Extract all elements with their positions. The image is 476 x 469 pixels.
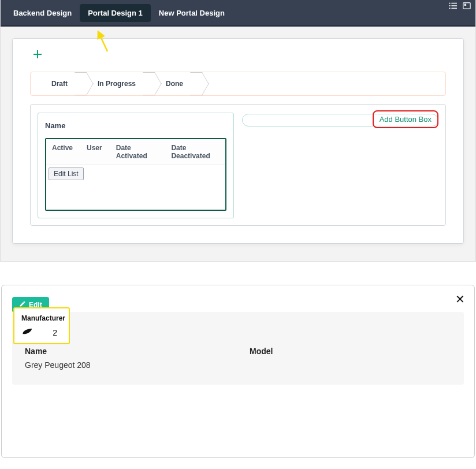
field-model-label: Model: [250, 347, 451, 356]
svg-rect-0: [449, 3, 451, 4]
status-bar[interactable]: Draft In Progress Done: [30, 72, 446, 96]
designer-canvas: Draft In Progress Done Add Button Box Na…: [1, 27, 475, 261]
close-icon[interactable]: ✕: [455, 292, 465, 306]
add-element-button[interactable]: [30, 48, 45, 62]
field-name-label: Name: [25, 347, 226, 356]
record-form-view: ✕ Edit Manufacturer 2 Name Grey Peugeot …: [1, 285, 475, 458]
status-step-draft[interactable]: Draft: [31, 72, 81, 95]
name-field-block: Name Active User Date Activated Date Dea…: [38, 113, 234, 218]
add-button-box[interactable]: Add Button Box: [373, 110, 438, 128]
col-date-activated: Date Activated: [116, 144, 158, 160]
card-view-icon[interactable]: [463, 2, 471, 10]
tab-new-portal-design[interactable]: New Portal Design: [151, 4, 233, 22]
one2many-list[interactable]: Active User Date Activated Date Deactiva…: [45, 138, 226, 211]
status-step-in-progress[interactable]: In Progress: [81, 72, 150, 95]
status-step-done[interactable]: Done: [150, 72, 197, 95]
record-body: Name Grey Peugeot 208 Model: [12, 312, 464, 385]
form-sheet: Add Button Box Name Active User Date Act…: [30, 104, 446, 226]
svg-rect-4: [449, 8, 451, 9]
field-name-value: Grey Peugeot 208: [25, 360, 226, 370]
tab-portal-design-1[interactable]: Portal Design 1: [80, 4, 151, 22]
leaf-icon: [21, 327, 33, 338]
svg-rect-2: [449, 5, 451, 6]
manufacturer-stat-title: Manufacturer: [21, 314, 62, 322]
list-header: Active User Date Activated Date Deactiva…: [46, 139, 225, 165]
manufacturer-stat-box[interactable]: Manufacturer 2: [13, 307, 70, 344]
svg-rect-3: [451, 5, 457, 6]
svg-rect-1: [451, 3, 457, 4]
col-date-deactivated: Date Deactivated: [171, 144, 220, 160]
col-user: User: [87, 144, 102, 160]
edit-list-button[interactable]: Edit List: [49, 168, 84, 180]
list-view-icon[interactable]: [449, 2, 457, 10]
field-name-label: Name: [45, 121, 226, 130]
col-active: Active: [52, 144, 73, 160]
manufacturer-stat-value: 2: [53, 328, 62, 337]
top-navbar: Backend Design Portal Design 1 New Porta…: [1, 0, 475, 25]
svg-rect-7: [464, 4, 467, 6]
svg-rect-5: [451, 8, 457, 9]
tab-backend-design[interactable]: Backend Design: [5, 4, 80, 22]
